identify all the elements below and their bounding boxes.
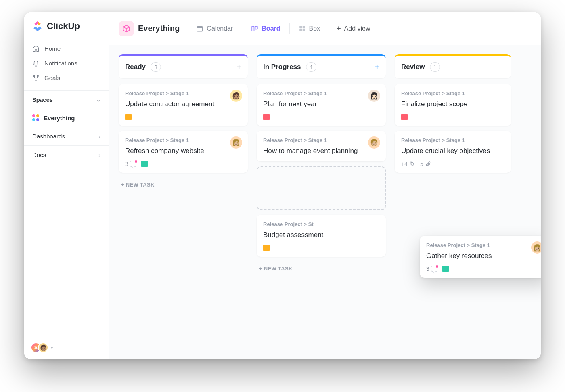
priority-flag-icon — [263, 245, 270, 251]
clickup-logo-icon — [32, 21, 43, 31]
cube-icon — [119, 21, 134, 36]
tag-icon — [410, 161, 415, 167]
column-name: Ready — [125, 63, 146, 71]
card-drop-zone[interactable] — [257, 166, 386, 210]
current-space-chip[interactable]: Everything — [119, 21, 180, 36]
add-card-button[interactable]: + — [375, 63, 379, 72]
comment-icon — [431, 266, 437, 272]
svg-rect-1 — [252, 26, 254, 31]
column-header: In Progress 4 + — [257, 54, 386, 78]
task-breadcrumb: Release Project > Stage 1 — [125, 137, 241, 143]
svg-rect-2 — [255, 26, 257, 29]
task-breadcrumb: Release Project > Stage 1 — [125, 90, 241, 96]
task-breadcrumb: Release Project > St — [263, 221, 379, 227]
comments-count[interactable]: 3 — [426, 266, 437, 272]
tags-count[interactable]: +4 — [401, 161, 415, 167]
task-card[interactable]: Release Project > Stage 1 Finalize proje… — [395, 84, 511, 126]
plus-icon: + — [337, 24, 341, 33]
comment-icon — [130, 161, 136, 167]
main-area: Everything Calendar Board Box + Add view — [109, 12, 541, 359]
task-card[interactable]: Release Project > Stage 1 Plan for next … — [257, 84, 386, 126]
divider — [289, 23, 290, 34]
brand-logo[interactable]: ClickUp — [24, 12, 109, 39]
column-count: 3 — [151, 62, 161, 72]
chevron-right-icon: › — [98, 133, 100, 140]
add-view-button[interactable]: + Add view — [337, 24, 370, 33]
svg-rect-5 — [299, 29, 302, 31]
add-card-button[interactable]: + — [236, 63, 241, 72]
task-breadcrumb: Release Project > Stage 1 — [263, 137, 379, 143]
view-box[interactable]: Box — [297, 23, 322, 35]
sidebar-dashboards[interactable]: Dashboards › — [24, 127, 109, 146]
task-breadcrumb: Release Project > Stage 1 — [426, 242, 541, 248]
app-window: ClickUp Home Notifications Goals Spaces … — [24, 12, 541, 359]
column-name: Review — [401, 63, 425, 71]
new-task-button[interactable]: + NEW TASK — [119, 178, 248, 192]
task-title: Plan for next year — [263, 100, 379, 109]
priority-flag-icon — [263, 114, 270, 120]
space-everything[interactable]: Everything — [24, 109, 109, 127]
assignee-avatar[interactable]: 👩🏼 — [531, 241, 541, 254]
svg-rect-4 — [302, 26, 305, 28]
column-in-progress: In Progress 4 + Release Project > Stage … — [257, 54, 386, 350]
calendar-icon — [196, 25, 203, 32]
user-menu[interactable]: S 🧑🏽 ▾ — [31, 342, 53, 353]
box-icon — [299, 25, 306, 32]
view-bar: Everything Calendar Board Box + Add view — [109, 12, 541, 45]
board-icon — [251, 25, 258, 32]
task-card[interactable]: Release Project > Stage 1 How to manage … — [257, 131, 386, 161]
dragging-task-card[interactable]: Release Project > Stage 1 Gather key res… — [420, 236, 541, 278]
nav-label: Goals — [44, 74, 60, 81]
task-breadcrumb: Release Project > Stage 1 — [263, 90, 379, 96]
view-label: Box — [309, 25, 320, 32]
assignee-avatar[interactable]: 👩🏻 — [368, 90, 380, 102]
chevron-right-icon: › — [98, 152, 100, 158]
svg-rect-0 — [197, 26, 203, 31]
task-title: Gather key resources — [426, 252, 541, 261]
brand-name: ClickUp — [47, 21, 80, 31]
priority-flag-icon — [125, 114, 132, 120]
bell-icon — [32, 59, 40, 67]
column-count: 1 — [430, 62, 440, 72]
view-board[interactable]: Board — [249, 23, 282, 35]
section-label: Docs — [32, 151, 46, 158]
assignee-avatar[interactable]: 👩🏼 — [230, 136, 242, 149]
assignee-avatar[interactable]: 🧑🏼 — [368, 136, 380, 149]
divider — [242, 23, 242, 34]
priority-flag-icon — [401, 114, 408, 120]
space-label: Everything — [44, 115, 75, 122]
view-calendar[interactable]: Calendar — [195, 23, 234, 35]
column-name: In Progress — [263, 63, 301, 71]
task-card[interactable]: Release Project > Stage 1 Update crucial… — [395, 131, 511, 173]
task-card[interactable]: Release Project > Stage 1 Refresh compan… — [119, 131, 248, 173]
svg-point-7 — [411, 162, 412, 163]
space-title: Everything — [138, 24, 180, 33]
priority-flag-icon — [442, 266, 449, 272]
new-task-button[interactable]: + NEW TASK — [257, 262, 386, 276]
comments-count[interactable]: 3 — [125, 161, 136, 167]
sidebar-docs[interactable]: Docs › — [24, 146, 109, 164]
section-label: Dashboards — [32, 133, 65, 140]
task-breadcrumb: Release Project > Stage 1 — [401, 90, 504, 96]
column-header: Review 1 — [395, 54, 511, 78]
column-count: 4 — [306, 62, 316, 72]
divider — [329, 23, 329, 34]
column-header: Ready 3 + — [119, 54, 248, 78]
task-card[interactable]: Release Project > St Budget assessment — [257, 215, 386, 257]
attachments-count[interactable]: 5 — [420, 161, 431, 167]
sidebar: ClickUp Home Notifications Goals Spaces … — [24, 12, 109, 359]
priority-flag-icon — [141, 161, 148, 167]
nav-home[interactable]: Home — [24, 41, 109, 56]
kanban-board: Ready 3 + Release Project > Stage 1 Upda… — [109, 45, 541, 359]
trophy-icon — [32, 74, 40, 81]
nav-goals[interactable]: Goals — [24, 70, 109, 85]
task-title: Finalize project scope — [401, 100, 504, 109]
nav-notifications[interactable]: Notifications — [24, 56, 109, 70]
everything-icon — [32, 114, 40, 122]
assignee-avatar[interactable]: 🧑🏽 — [230, 90, 242, 102]
view-label: Calendar — [207, 25, 233, 32]
spaces-header-label: Spaces — [32, 96, 53, 103]
task-card[interactable]: Release Project > Stage 1 Update contrac… — [119, 84, 248, 126]
spaces-header[interactable]: Spaces ⌄ — [24, 90, 109, 109]
task-title: How to manage event planning — [263, 147, 379, 156]
